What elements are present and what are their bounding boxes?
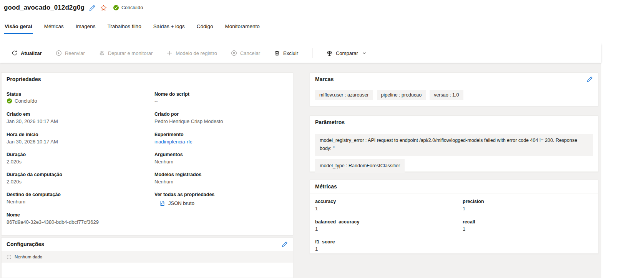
metrics-card-header: Métricas [310, 180, 598, 193]
settings-empty-message: Nenhum dado [15, 255, 42, 259]
field-all-properties: Ver todas as propriedades JSON bruto [154, 192, 288, 212]
metric-recall: recall 1 [463, 219, 593, 240]
tag-chip: mlflow.user : azureuser [315, 90, 373, 100]
cancel-button[interactable]: Cancelar [231, 50, 260, 56]
metric-precision: precision 1 [463, 199, 593, 219]
debug-monitor-button[interactable]: Depurar e monitorar [99, 50, 153, 56]
field-start-time: Hora de início Jan 30, 2026 10:17 AM [7, 132, 154, 152]
parameter-chip: model_registry_error : API request to en… [315, 134, 593, 156]
scales-icon [326, 50, 333, 57]
field-status: Status Concluído [7, 92, 154, 112]
command-bar: Atualizar Reenviar Depurar e monitorar M… [0, 43, 601, 63]
parameter-chip: model_type : RandomForestClassifier [315, 159, 405, 173]
info-circle-icon [7, 255, 12, 260]
properties-grid: Status Concluído Nome do script -- Criad… [2, 86, 293, 232]
field-created-at: Criado em Jan 30, 2026 10:17 AM [7, 112, 154, 132]
tab-saidas-logs[interactable]: Saídas + logs [153, 22, 186, 34]
tags-card-title: Marcas [315, 76, 334, 82]
parameters-list: model_registry_error : API request to en… [310, 129, 598, 177]
field-arguments: Argumentos Nenhum [154, 152, 288, 172]
pencil-icon [282, 241, 288, 247]
tag-chip: versao : 1.0 [430, 90, 463, 100]
page-title: good_avocado_012d2g0g [4, 4, 85, 12]
delete-button[interactable]: Excluir [274, 50, 298, 56]
chevron-down-icon [362, 51, 367, 55]
settings-empty-banner: Nenhum dado [2, 251, 293, 263]
register-model-label: Modelo de registro [176, 50, 217, 56]
parameters-card: Parâmetros model_registry_error : API re… [310, 115, 598, 172]
delete-label: Excluir [283, 50, 298, 56]
trash-icon [274, 50, 280, 56]
metric-accuracy: accuracy 1 [315, 199, 463, 219]
status-badge: Concluído [113, 5, 143, 11]
metric-f1-score: f1_score 1 [315, 239, 463, 260]
tags-card: Marcas mlflow.user : azureuser pipeline … [310, 72, 598, 106]
debug-monitor-label: Depurar e monitorar [108, 50, 153, 56]
tags-card-header: Marcas [310, 73, 598, 86]
status-value: Concluído [7, 98, 154, 104]
refresh-icon [12, 50, 18, 56]
compare-button[interactable]: Comparar [326, 50, 367, 57]
check-circle-icon [113, 5, 119, 11]
edit-title-button[interactable] [89, 5, 96, 11]
edit-tags-button[interactable] [587, 76, 593, 82]
json-document-icon [159, 200, 165, 206]
tab-monitoramento[interactable]: Monitoramento [224, 22, 261, 34]
play-circle-icon [56, 50, 62, 56]
metric-balanced-accuracy: balanced_accuracy 1 [315, 219, 463, 240]
field-script-name: Nome do script -- [154, 92, 288, 112]
metrics-grid: accuracy 1 precision 1 balanced_accuracy… [310, 193, 598, 260]
register-model-button[interactable]: Modelo de registro [166, 50, 217, 56]
favorite-star-button[interactable] [100, 5, 107, 11]
metrics-card-title: Métricas [315, 183, 337, 190]
refresh-button[interactable]: Atualizar [12, 50, 42, 56]
job-overview-page: good_avocado_012d2g0g Concluído Visão ge… [0, 0, 644, 278]
tab-visao-geral[interactable]: Visão geral [4, 22, 33, 34]
parameters-card-header: Parâmetros [310, 116, 598, 129]
edit-settings-button[interactable] [282, 241, 288, 247]
field-compute-duration: Duração da computação 2.020s [7, 172, 154, 192]
cancel-label: Cancelar [240, 50, 260, 56]
tab-codigo[interactable]: Código [196, 22, 214, 34]
tab-metricas[interactable]: Métricas [43, 22, 65, 34]
content-area: Propriedades Status Concluído Nome do sc… [0, 63, 601, 278]
metrics-card: Métricas accuracy 1 precision 1 balanced… [310, 180, 598, 254]
tags-list: mlflow.user : azureuser pipeline : produ… [310, 86, 598, 104]
field-registered-models: Modelos registrados Nenhum [154, 172, 288, 192]
toolbar-divider [312, 48, 312, 58]
properties-card: Propriedades Status Concluído Nome do sc… [1, 72, 293, 235]
field-duration: Duração 2.020s [7, 152, 154, 172]
properties-card-header: Propriedades [2, 73, 293, 86]
compare-label: Comparar [336, 50, 358, 56]
bug-icon [99, 50, 105, 56]
star-icon [100, 5, 107, 11]
status-badge-label: Concluído [121, 5, 143, 10]
pencil-icon [587, 76, 593, 82]
raw-json-link[interactable]: JSON bruto [159, 200, 288, 206]
refresh-label: Atualizar [21, 50, 42, 56]
tab-trabalhos-filho[interactable]: Trabalhos filho [107, 22, 142, 34]
parameters-card-title: Parâmetros [315, 119, 345, 125]
pencil-icon [89, 5, 96, 11]
cancel-circle-icon [231, 50, 237, 56]
field-name: Nome 867d9a40-32e3-4380-bdb4-dbcf77cf362… [7, 212, 154, 232]
field-experiment: Experimento inadimplencia-rfc [154, 132, 288, 152]
check-circle-icon [7, 98, 12, 104]
settings-card-header: Configurações [2, 238, 293, 251]
plus-icon [166, 50, 173, 56]
tab-bar: Visão geral Métricas Imagens Trabalhos f… [4, 22, 261, 34]
page-header: good_avocado_012d2g0g Concluído [4, 4, 143, 12]
tab-imagens[interactable]: Imagens [75, 22, 96, 34]
field-created-by: Criado por Pedro Henrique Crisp Modesto [154, 112, 288, 132]
resubmit-label: Reenviar [65, 50, 85, 56]
resubmit-button[interactable]: Reenviar [56, 50, 85, 56]
field-compute-target: Destino de computação Nenhum [7, 192, 154, 212]
settings-card-title: Configurações [7, 241, 44, 247]
settings-card: Configurações Nenhum dado [1, 237, 293, 278]
experiment-link[interactable]: inadimplencia-rfc [154, 139, 288, 145]
properties-card-title: Propriedades [7, 76, 41, 82]
tag-chip: pipeline : producao [377, 90, 426, 100]
